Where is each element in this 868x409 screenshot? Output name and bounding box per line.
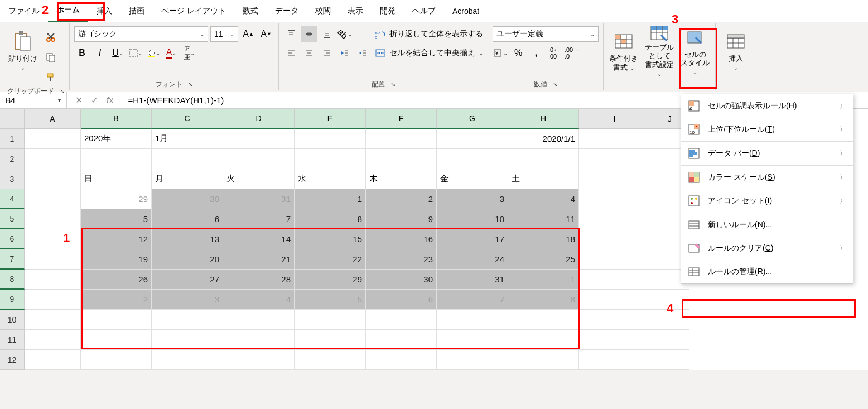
cell-J11[interactable]	[650, 330, 689, 350]
row-header-10[interactable]: 10	[0, 310, 25, 330]
cell-E3[interactable]: 水	[295, 169, 366, 189]
select-all-corner[interactable]	[0, 109, 25, 129]
format-painter-button[interactable]	[43, 70, 59, 85]
cell-C8[interactable]: 27	[152, 270, 223, 290]
font-color-button[interactable]: A⌄	[163, 45, 179, 61]
cell-A7[interactable]	[25, 249, 81, 270]
tab-help[interactable]: ヘルプ	[404, 0, 444, 22]
menu-highlight-rules[interactable]: ≤ セルの強調表示ルール(H) 〉	[681, 94, 853, 118]
cell-H7[interactable]: 25	[508, 249, 579, 270]
wrap-text-button[interactable]: abc 折り返して全体を表示する	[375, 26, 483, 42]
cell-E9[interactable]: 5	[295, 290, 366, 310]
increase-decimal-button[interactable]: .0←.00	[546, 45, 562, 61]
tab-acrobat[interactable]: Acrobat	[444, 0, 488, 22]
cell-A6[interactable]	[25, 229, 81, 249]
align-center-button[interactable]	[301, 45, 317, 61]
cell-A5[interactable]	[25, 209, 81, 229]
tab-home[interactable]: ホーム	[48, 0, 88, 22]
cell-H5[interactable]: 11	[508, 209, 579, 229]
cell-J12[interactable]	[650, 350, 689, 370]
row-header-12[interactable]: 12	[0, 350, 25, 370]
row-header-4[interactable]: 4	[0, 189, 25, 209]
tab-pagelayout[interactable]: ページ レイアウト	[153, 0, 234, 22]
cell-C2[interactable]	[152, 149, 223, 169]
cell-I4[interactable]	[579, 189, 650, 209]
cell-I8[interactable]	[579, 270, 650, 290]
cell-F9[interactable]: 6	[366, 290, 437, 310]
cell-D9[interactable]: 4	[223, 290, 295, 310]
cell-H9[interactable]: 8	[508, 290, 579, 310]
tab-view[interactable]: 表示	[339, 0, 372, 22]
borders-button[interactable]: ⌄	[128, 45, 143, 61]
cell-G11[interactable]	[437, 330, 508, 350]
fill-color-button[interactable]: ⌄	[146, 45, 161, 61]
cell-D6[interactable]: 14	[223, 229, 295, 249]
column-header-i[interactable]: I	[579, 109, 650, 129]
row-header-6[interactable]: 6	[0, 229, 25, 249]
cell-I6[interactable]	[579, 229, 650, 249]
cell-C10[interactable]	[152, 310, 223, 330]
cell-styles-button[interactable]: セルの スタイル ⌄	[679, 26, 711, 76]
cell-D11[interactable]	[223, 330, 295, 350]
cell-F3[interactable]: 木	[366, 169, 437, 189]
cell-H2[interactable]	[508, 149, 579, 169]
merge-center-button[interactable]: セルを結合して中央揃え ⌄	[375, 45, 483, 61]
cell-B4[interactable]: 29	[81, 189, 152, 209]
cell-H3[interactable]: 土	[508, 169, 579, 189]
cell-G7[interactable]: 24	[437, 249, 508, 270]
cell-F10[interactable]	[366, 310, 437, 330]
cell-I10[interactable]	[579, 310, 650, 330]
column-header-d[interactable]: D	[223, 109, 295, 129]
accounting-format-button[interactable]: ¥⌄	[493, 45, 508, 61]
cell-J10[interactable]	[650, 310, 689, 330]
cell-F2[interactable]	[366, 149, 437, 169]
cell-C12[interactable]	[152, 350, 223, 370]
menu-manage-rules[interactable]: ルールの管理(R)...	[681, 260, 853, 283]
orientation-button[interactable]: ab⌄	[337, 26, 353, 42]
increase-font-button[interactable]: A▲	[240, 26, 256, 42]
cell-A11[interactable]	[25, 330, 81, 350]
column-header-f[interactable]: F	[366, 109, 437, 129]
cell-C6[interactable]: 13	[152, 229, 223, 249]
cell-E1[interactable]	[295, 129, 366, 149]
align-bottom-button[interactable]	[319, 26, 335, 42]
cell-I9[interactable]	[579, 290, 650, 310]
cell-H10[interactable]	[508, 310, 579, 330]
cell-B8[interactable]: 26	[81, 270, 152, 290]
increase-indent-button[interactable]	[355, 45, 370, 61]
menu-clear-rules[interactable]: ルールのクリア(C) 〉	[681, 237, 853, 260]
percent-button[interactable]: %	[510, 45, 526, 61]
align-middle-button[interactable]	[301, 26, 317, 42]
cell-C9[interactable]: 3	[152, 290, 223, 310]
cell-J9[interactable]	[650, 290, 689, 310]
cancel-formula-button[interactable]: ✕	[75, 95, 83, 105]
cell-C4[interactable]: 30	[152, 189, 223, 209]
cell-E2[interactable]	[295, 149, 366, 169]
cell-G10[interactable]	[437, 310, 508, 330]
align-top-button[interactable]	[283, 26, 299, 42]
cell-D8[interactable]: 28	[223, 270, 295, 290]
row-header-1[interactable]: 1	[0, 129, 25, 149]
cell-A4[interactable]	[25, 189, 81, 209]
menu-top-bottom-rules[interactable]: 10 上位/下位ルール(T) 〉	[681, 118, 853, 141]
row-header-3[interactable]: 3	[0, 169, 25, 189]
cell-B12[interactable]	[81, 350, 152, 370]
cell-F4[interactable]: 2	[366, 189, 437, 209]
conditional-formatting-button[interactable]: 条件付き 書式 ⌄	[608, 26, 639, 76]
cell-E7[interactable]: 22	[295, 249, 366, 270]
tab-data[interactable]: データ	[267, 0, 307, 22]
number-dialog-launcher[interactable]: ↘	[553, 81, 558, 88]
font-name-combo[interactable]: 游ゴシック⌄	[74, 26, 208, 42]
cut-button[interactable]	[43, 30, 59, 45]
cell-E5[interactable]: 8	[295, 209, 366, 229]
cell-F6[interactable]: 16	[366, 229, 437, 249]
cell-F11[interactable]	[366, 330, 437, 350]
menu-icon-sets[interactable]: アイコン セット(I) 〉	[681, 189, 853, 213]
cell-F5[interactable]: 9	[366, 209, 437, 229]
font-dialog-launcher[interactable]: ↘	[188, 81, 193, 88]
decrease-font-button[interactable]: A▼	[258, 26, 274, 42]
tab-insert[interactable]: 挿入	[88, 0, 120, 22]
alignment-dialog-launcher[interactable]: ↘	[390, 81, 396, 88]
cell-D4[interactable]: 31	[223, 189, 295, 209]
tab-file[interactable]: ファイル	[0, 0, 48, 22]
